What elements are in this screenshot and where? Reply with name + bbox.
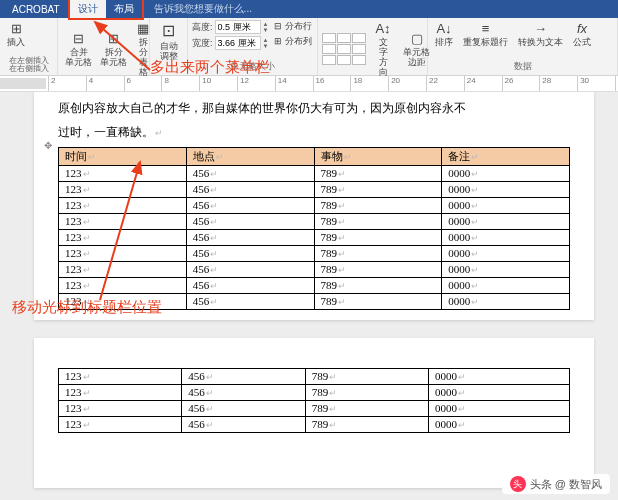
watermark-icon: 头 [510,476,526,492]
document-area[interactable]: 原创内容放大自己的才华，那自媒体的世界你仍大有可为，因为原创内容永不 过时，一直… [0,92,618,500]
table-row: 123↵456↵789↵0000↵ [59,416,570,432]
autofit-button[interactable]: ⊡自动调整 [154,20,183,63]
highlighted-tabs: 设计 布局 [68,0,144,20]
margin-icon: ▢ [409,31,425,47]
dist-row-button[interactable]: ⊟ 分布行 [274,20,312,33]
split-table-icon: ▦ [135,21,151,37]
convert-button[interactable]: →转换为文本 [515,20,566,49]
dist-col-button[interactable]: ⊞ 分布列 [274,35,312,48]
alignment-grid[interactable] [322,33,366,65]
table-row: 123↵456↵789↵0000↵ [59,368,570,384]
table-row: 123↵456↵789↵0000↵ [59,384,570,400]
autofit-icon: ⊡ [159,21,179,41]
tab-acrobat[interactable]: ACROBAT [4,2,68,17]
group-insert-label: 在左侧插入 在右侧插入 [4,55,53,73]
ribbon-tabs: ACROBAT 设计 布局 告诉我您想要做什么... [0,0,618,18]
repeat-header-button[interactable]: ≡重复标题行 [460,20,511,49]
height-spinner[interactable]: ▲▼ [263,21,269,33]
sort-icon: A↓ [436,21,452,37]
sort-button[interactable]: A↓排序 [432,20,456,49]
table-row: 123↵456↵789↵0000↵ [59,165,570,181]
paragraph-2: 过时，一直稀缺。↵ [58,122,570,142]
table-row: 123↵456↵789↵0000↵ [59,229,570,245]
table-row: 123↵456↵789↵0000↵ [59,181,570,197]
tell-me[interactable]: 告诉我您想要做什么... [154,2,252,16]
split-icon: ⊞ [106,31,122,47]
insert-icon: ⊞ [8,21,24,37]
page-2: 123↵456↵789↵0000↵123↵456↵789↵0000↵123↵45… [34,338,594,488]
merge-icon: ⊟ [71,31,87,47]
table-header: 备注↵ [442,147,570,165]
merge-cells-button[interactable]: ⊟合并 单元格 [62,30,95,69]
table-row: 123↵456↵789↵0000↵ [59,261,570,277]
page-1: 原创内容放大自己的才华，那自媒体的世界你仍大有可为，因为原创内容永不 过时，一直… [34,92,594,320]
data-table-1[interactable]: 时间↵地点↵事物↵备注↵123↵456↵789↵0000↵123↵456↵789… [58,147,570,310]
table-row: 123↵456↵789↵0000↵ [59,400,570,416]
width-input[interactable] [215,36,261,50]
table-handle-icon[interactable]: ✥ [44,140,52,151]
group-data-label: 数据 [432,58,613,73]
data-table-2[interactable]: 123↵456↵789↵0000↵123↵456↵789↵0000↵123↵45… [58,368,570,433]
text-direction-button[interactable]: A↕文字方向 [372,20,394,79]
table-header: 时间↵ [59,147,187,165]
watermark: 头 头条 @ 数智风 [502,474,610,494]
paragraph-1: 原创内容放大自己的才华，那自媒体的世界你仍大有可为，因为原创内容永不 [58,98,570,118]
height-row: 高度: ▲▼ [192,20,268,34]
text-dir-icon: A↕ [375,21,391,37]
width-spinner[interactable]: ▲▼ [263,37,269,49]
ribbon: ⊞插入 在左侧插入 在右侧插入 ⊟合并 单元格 ⊞拆分 单元格 ▦拆分表格 合并… [0,18,618,76]
table-header: 地点↵ [186,147,314,165]
width-row: 宽度: ▲▼ [192,36,268,50]
group-cellsize-label: 单元格大小 [192,58,313,73]
table-row: 123↵456↵789↵0000↵ [59,293,570,309]
table-row: 123↵456↵789↵0000↵ [59,277,570,293]
formula-button[interactable]: fx公式 [570,20,594,49]
convert-icon: → [533,21,549,37]
ruler: 24681012141618202224262830323436384042 [0,76,618,92]
tab-layout[interactable]: 布局 [106,0,142,18]
height-input[interactable] [215,20,261,34]
table-header: 事物↵ [314,147,442,165]
split-cells-button[interactable]: ⊞拆分 单元格 [97,30,130,69]
table-row: 123↵456↵789↵0000↵ [59,245,570,261]
fx-icon: fx [574,21,590,37]
table-row: 123↵456↵789↵0000↵ [59,213,570,229]
insert-button[interactable]: ⊞插入 [4,20,28,49]
tab-design[interactable]: 设计 [70,0,106,18]
table-row: 123↵456↵789↵0000↵ [59,197,570,213]
repeat-icon: ≡ [478,21,494,37]
